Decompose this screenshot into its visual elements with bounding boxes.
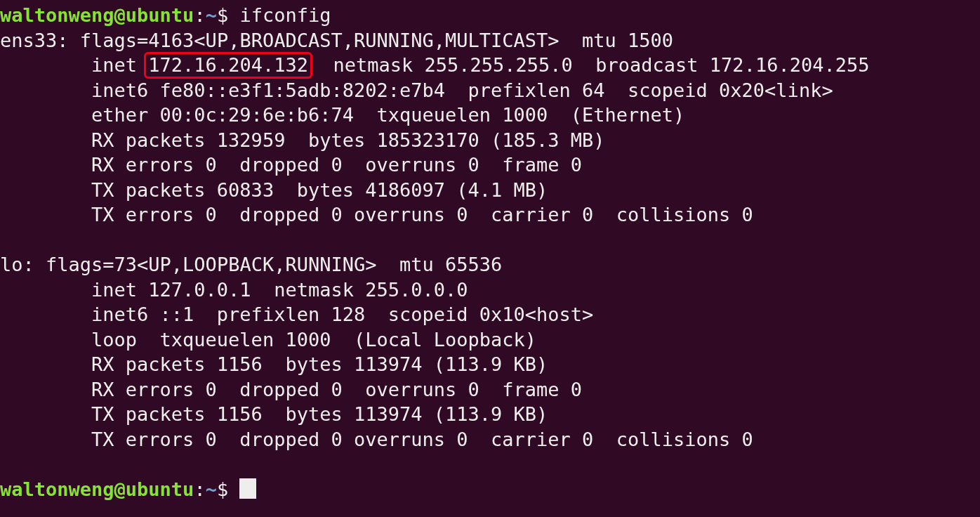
space-2 <box>228 478 239 500</box>
lo-inet6: inet6 ::1 prefixlen 128 scopeid 0x10<hos… <box>91 303 593 325</box>
space <box>228 4 239 26</box>
ens33-inet-label: inet <box>91 54 137 76</box>
prompt-colon-2: : <box>194 478 205 500</box>
prompt-at-2: @ <box>114 478 126 500</box>
command-text: ifconfig <box>239 4 331 26</box>
ens33-ip-highlight: 172.16.204.132 <box>144 52 312 79</box>
ens33-ether: ether 00:0c:29:6e:b6:74 txqueuelen 1000 … <box>91 104 684 126</box>
lo-rx1: RX packets 1156 bytes 113974 (113.9 KB) <box>91 353 548 375</box>
lo-tx2: TX errors 0 dropped 0 overruns 0 carrier… <box>91 428 753 450</box>
prompt-path: ~ <box>206 4 217 26</box>
lo-tx1: TX packets 1156 bytes 113974 (113.9 KB) <box>91 403 548 425</box>
lo-loop: loop txqueuelen 1000 (Local Loopback) <box>91 329 536 351</box>
prompt-dollar-2: $ <box>217 478 228 500</box>
prompt-host: ubuntu <box>126 4 194 26</box>
cursor-block[interactable] <box>239 478 256 498</box>
ens33-tx2: TX errors 0 dropped 0 overruns 0 carrier… <box>91 204 753 225</box>
ens33-rx1: RX packets 132959 bytes 185323170 (185.3… <box>91 129 605 151</box>
prompt-at: @ <box>114 4 126 26</box>
prompt-user: waltonweng <box>0 4 114 26</box>
prompt-colon: : <box>194 4 205 26</box>
ens33-flags: flags=4163<UP,BROADCAST,RUNNING,MULTICAS… <box>80 30 673 51</box>
ens33-inet-rest: netmask 255.255.255.0 broadcast 172.16.2… <box>310 54 870 76</box>
lo-rx2: RX errors 0 dropped 0 overruns 0 frame 0 <box>91 379 582 400</box>
iface-lo: lo: <box>0 254 34 275</box>
prompt-host-2: ubuntu <box>126 478 194 500</box>
ens33-tx1: TX packets 60833 bytes 4186097 (4.1 MB) <box>91 179 548 201</box>
ens33-rx2: RX errors 0 dropped 0 overruns 0 frame 0 <box>91 154 582 176</box>
iface-ens33: ens33: <box>0 30 69 51</box>
lo-flags: flags=73<UP,LOOPBACK,RUNNING> mtu 65536 <box>46 254 502 275</box>
terminal-screen[interactable]: waltonweng@ubuntu:~$ ifconfig ens33: fla… <box>0 0 980 502</box>
prompt-user-2: waltonweng <box>0 478 114 500</box>
prompt-path-2: ~ <box>206 478 217 500</box>
lo-inet: inet 127.0.0.1 netmask 255.0.0.0 <box>91 279 468 301</box>
ens33-inet6: inet6 fe80::e3f1:5adb:8202:e7b4 prefixle… <box>91 79 833 101</box>
prompt-dollar: $ <box>217 4 228 26</box>
